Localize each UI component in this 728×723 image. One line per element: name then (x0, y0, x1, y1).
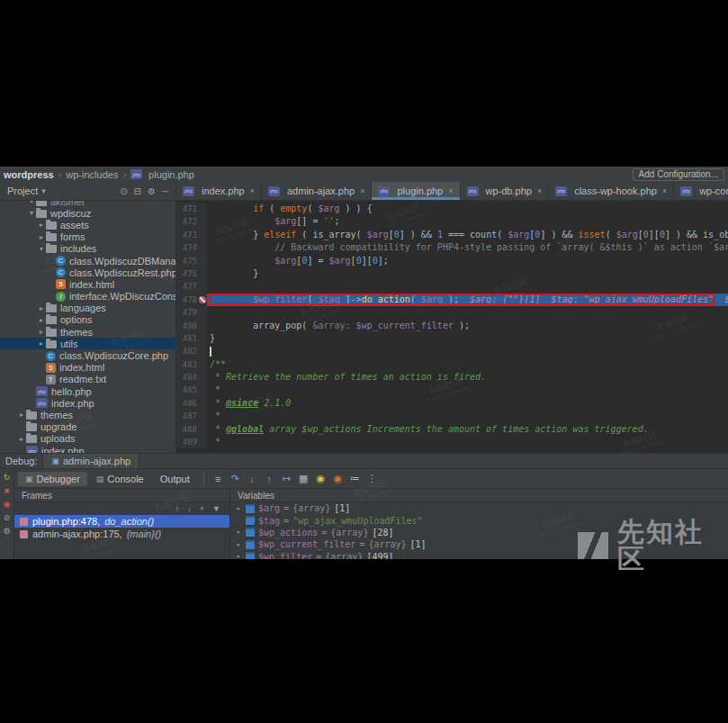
tree-item-interface-wpdiscuzconst[interactable]: Iinterface.WpDiscuzConst (0, 291, 175, 303)
mute-breakpoints-icon[interactable]: ◉ (313, 473, 328, 484)
code-line[interactable]: 478 $wp_filter[ $tag ]->do_action( $arg … (176, 294, 728, 306)
chevron-right-icon[interactable]: ▸ (37, 233, 46, 241)
code-line[interactable]: 475 $arg[0] = $arg[0][0]; (176, 255, 728, 267)
stack-frame-row[interactable]: plugin.php:478, do_action() (14, 515, 229, 528)
line-number[interactable]: 482 (176, 345, 207, 357)
code-line[interactable]: 484 * Retrieve the number of times an ac… (176, 371, 728, 384)
line-number[interactable]: 479 (176, 306, 207, 319)
code-line[interactable]: 472 $arg[] = ''; (176, 215, 728, 228)
editor-tab-admin-ajax-php[interactable]: phpadmin-ajax.php× (262, 182, 372, 200)
line-number[interactable]: 477 (176, 280, 207, 293)
chevron-right-icon[interactable]: ▸ (37, 221, 46, 229)
code-line[interactable]: 489 * (176, 436, 728, 448)
line-number[interactable]: 483 (176, 358, 207, 371)
settings-menu-icon[interactable]: ≡ (211, 474, 226, 484)
code-editor[interactable]: 471 if ( empty( $arg ) ) {472 $arg[] = '… (176, 201, 728, 453)
tree-item-index-html[interactable]: 5index.html (0, 278, 175, 290)
line-number[interactable]: 486 (176, 397, 207, 410)
code-line[interactable]: 488 * @global array $wp_actions Incremen… (176, 423, 728, 436)
close-tab-icon[interactable]: × (360, 186, 364, 195)
line-number[interactable]: 474 (176, 241, 207, 254)
collapse-all-icon[interactable]: ⊟ (134, 186, 141, 196)
tree-item-class-wpdiscuzdbmanag[interactable]: Cclass.WpdiscuzDBManag (0, 255, 175, 267)
line-number[interactable]: 471 (176, 203, 207, 215)
chevron-right-icon[interactable]: ▸ (37, 316, 46, 324)
code-line[interactable]: 473 } elseif ( is_array( $arg[0] ) && 1 … (176, 229, 728, 241)
editor-tab-wp-db-php[interactable]: phpwp-db.php× (461, 182, 550, 200)
line-number[interactable]: 480 (176, 320, 207, 332)
frame-down-icon[interactable]: ↓ (187, 504, 192, 513)
tool-tab-debugger[interactable]: ▣Debugger (18, 472, 87, 486)
expand-chevron-icon[interactable]: ▸ (235, 553, 242, 559)
tree-item-index-php[interactable]: phpindex.php (0, 397, 175, 409)
evaluate-list-icon[interactable]: ≔ (347, 473, 363, 484)
locate-file-icon[interactable]: ⊙ (120, 186, 127, 196)
tree-item-assets[interactable]: ▸assets (0, 219, 175, 230)
step-over-icon[interactable]: ↷ (228, 473, 243, 484)
tree-item-uploads[interactable]: ▸uploads (0, 433, 175, 445)
code-line[interactable]: 483/** (176, 358, 728, 371)
settings-gear-icon[interactable]: ⚙ (148, 186, 156, 196)
chevron-right-icon[interactable]: ▸ (37, 304, 46, 312)
tree-item-options[interactable]: ▸options (0, 314, 175, 326)
editor-tab-class-wp-hook-php[interactable]: phpclass-wp-hook.php× (549, 182, 674, 200)
chevron-right-icon[interactable]: ▸ (37, 339, 46, 348)
code-line[interactable]: 479 (176, 306, 728, 319)
code-line[interactable]: 476 } (176, 267, 728, 280)
frame-up-icon[interactable]: ↑ (175, 504, 180, 513)
tree-item-upgrade[interactable]: upgrade (0, 421, 175, 433)
tree-item-includes[interactable]: ▾includes (0, 243, 175, 255)
code-line[interactable]: 481} (176, 332, 728, 345)
view-breakpoints-icon[interactable]: ◉ (330, 473, 346, 484)
tree-item-readme-txt[interactable]: Treadme.txt (0, 374, 175, 385)
code-line[interactable]: 485 * (176, 384, 728, 396)
code-line[interactable]: 474 // Backward compatibility for PHP4-s… (176, 241, 728, 254)
breadcrumb-item[interactable]: wordpress (4, 169, 54, 180)
add-configuration-button[interactable]: Add Configuration... (633, 168, 724, 181)
tree-item-class-wpdiscuzcore-php[interactable]: Cclass.WpdiscuzCore.php (0, 349, 175, 361)
code-line[interactable]: 471 if ( empty( $arg ) ) { (176, 203, 728, 215)
tree-item-class-wpdiscuzrest-php[interactable]: Cclass.WpdiscuzRest.php (0, 267, 175, 278)
tree-item-themes[interactable]: ▸themes (0, 409, 175, 420)
code-line[interactable]: 482 (176, 345, 728, 357)
code-line[interactable]: 480 array_pop( &array: $wp_current_filte… (176, 320, 728, 332)
variable-row[interactable]: ▸$arg = {array} [1] (230, 502, 728, 514)
tool-tab-output[interactable]: Output (153, 472, 197, 486)
tool-tab-console[interactable]: ▤Console (89, 472, 151, 486)
editor-tab-wp-config-php[interactable]: phpwp-config.php× (674, 182, 728, 200)
close-tab-icon[interactable]: × (250, 186, 255, 195)
tree-item-hello-php[interactable]: phphello.php (0, 385, 175, 397)
tree-item-index-php[interactable]: phpindex.php (0, 445, 175, 453)
line-number[interactable]: 484 (176, 371, 207, 384)
debug-session-tab[interactable]: ▣ admin-ajax.php (42, 454, 139, 468)
close-tab-icon[interactable]: × (537, 186, 542, 195)
line-number[interactable]: 488 (176, 423, 207, 436)
add-icon[interactable]: + (200, 504, 204, 513)
line-number[interactable]: 475 (176, 255, 207, 267)
tree-item-utils[interactable]: ▸utils (0, 338, 175, 349)
close-tab-icon[interactable]: × (448, 186, 453, 195)
expand-chevron-icon[interactable]: ▸ (235, 541, 242, 548)
line-number[interactable]: 478 (176, 294, 207, 306)
more-options-icon[interactable]: ⋮ (364, 473, 380, 484)
line-number[interactable]: 481 (176, 332, 207, 345)
expand-chevron-icon[interactable]: ▸ (235, 529, 242, 536)
close-tab-icon[interactable]: × (662, 186, 667, 195)
project-tool-window-header[interactable]: Project ▾ ⊙⊟⚙─ (0, 182, 176, 200)
code-line[interactable]: 487 * (176, 410, 728, 422)
tree-item-languages[interactable]: ▸languages (0, 303, 175, 314)
run-to-cursor-icon[interactable]: ↦ (279, 473, 294, 484)
stack-frame-row[interactable]: admin-ajax.php:175, {main}() (14, 528, 229, 540)
line-number[interactable]: 473 (176, 229, 207, 241)
tree-item-akismet[interactable]: ▾akismet (0, 201, 175, 207)
line-number[interactable]: 476 (176, 267, 207, 280)
tree-item-themes[interactable]: ▸themes (0, 326, 175, 338)
chevron-right-icon[interactable]: ▸ (17, 435, 26, 443)
mute-breakpoints-icon[interactable]: ⊘ (4, 514, 11, 522)
view-layout-icon[interactable]: ▦ (296, 473, 311, 484)
chevron-right-icon[interactable]: ▸ (37, 328, 46, 336)
line-number[interactable]: 472 (176, 215, 207, 228)
code-line[interactable]: 477 (176, 280, 728, 293)
rerun-icon[interactable]: ↻ (4, 474, 11, 482)
line-number[interactable]: 485 (176, 384, 207, 396)
